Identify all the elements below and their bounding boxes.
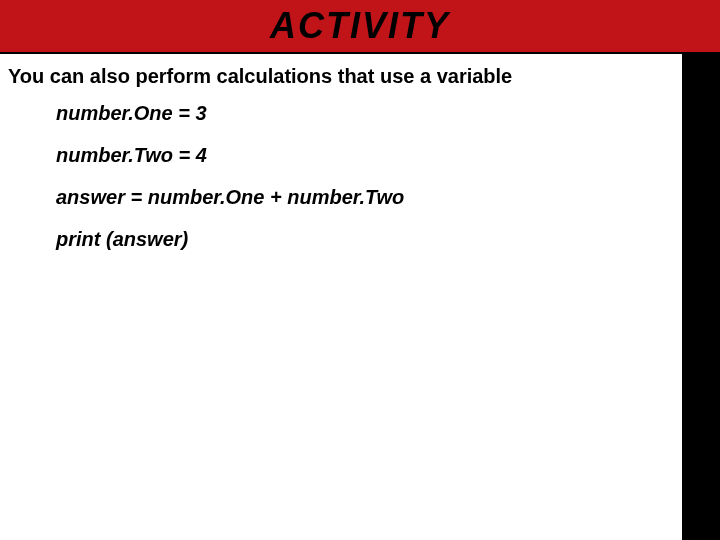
header-band: ACTIVITY [0, 0, 720, 54]
page-title: ACTIVITY [270, 5, 450, 47]
code-line: answer = number.One + number.Two [56, 185, 666, 209]
slide: ACTIVITY You can also perform calculatio… [0, 0, 720, 540]
code-line: print (answer) [56, 227, 666, 251]
code-line: number.One = 3 [56, 101, 666, 125]
code-block: number.One = 3 number.Two = 4 answer = n… [0, 101, 682, 251]
intro-text: You can also perform calculations that u… [0, 54, 682, 101]
content-panel: You can also perform calculations that u… [0, 54, 682, 540]
code-line: number.Two = 4 [56, 143, 666, 167]
